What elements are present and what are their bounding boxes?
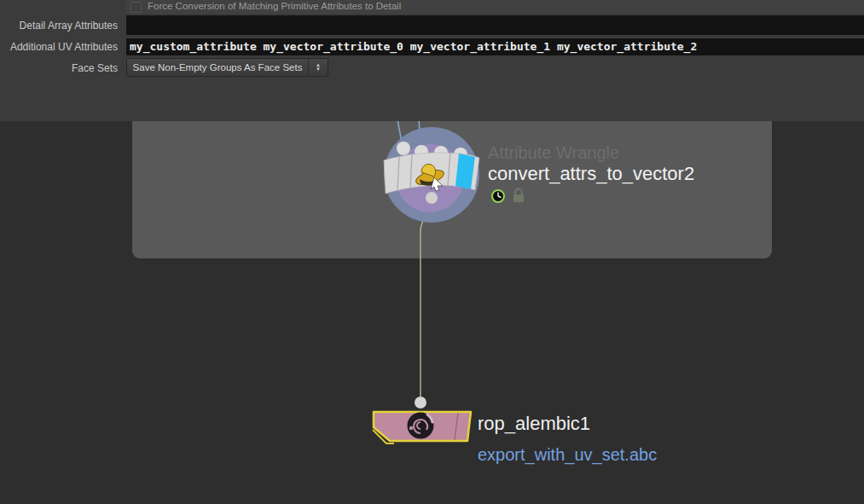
time-dependent-clock-badge <box>492 190 504 202</box>
detail-array-attributes-label: Detail Array Attributes <box>0 20 118 32</box>
spinner-down-icon[interactable]: ▼ <box>316 67 321 72</box>
spinner-arrows-icon[interactable]: ▲ ▼ <box>308 59 328 76</box>
lock-badge <box>513 189 524 203</box>
input-connector-1[interactable] <box>397 142 410 155</box>
network-editor[interactable]: Attribute Wrangle convert_attrs_to_vecto… <box>0 121 864 504</box>
rop-node-comment-label: export_with_uv_set.abc <box>478 445 657 465</box>
houdini-window: Force Conversion of Matching Primitive A… <box>0 0 864 504</box>
detail-array-attributes-input[interactable] <box>126 15 864 35</box>
face-sets-label: Face Sets <box>0 62 118 74</box>
force-conversion-label: Force Conversion of Matching Primitive A… <box>148 1 401 11</box>
wrangle-node-type-label: Attribute Wrangle <box>488 143 619 163</box>
force-conversion-checkbox[interactable] <box>130 2 142 13</box>
output-connector[interactable] <box>426 192 438 204</box>
output-wire[interactable] <box>420 203 432 397</box>
additional-uv-attributes-input[interactable]: my_custom_attribute my_vector_attribute_… <box>126 38 864 55</box>
rop-input-connector[interactable] <box>415 397 426 408</box>
rop-node-name-label[interactable]: rop_alembic1 <box>478 413 590 435</box>
face-sets-dropdown[interactable]: Save Non-Empty Groups As Face Sets ▲ ▼ <box>126 58 328 77</box>
rop-alembic-node[interactable] <box>373 397 471 443</box>
wrangle-banner-icon <box>384 153 479 194</box>
face-sets-selected-value: Save Non-Empty Groups As Face Sets <box>127 62 308 72</box>
parameter-pane: Force Conversion of Matching Primitive A… <box>0 0 864 121</box>
alembic-icon <box>408 413 434 439</box>
network-canvas[interactable] <box>0 121 864 504</box>
wrangle-node-name-label[interactable]: convert_attrs_to_vector2 <box>488 163 694 185</box>
additional-uv-attributes-label: Additional UV Attributes <box>0 41 118 53</box>
